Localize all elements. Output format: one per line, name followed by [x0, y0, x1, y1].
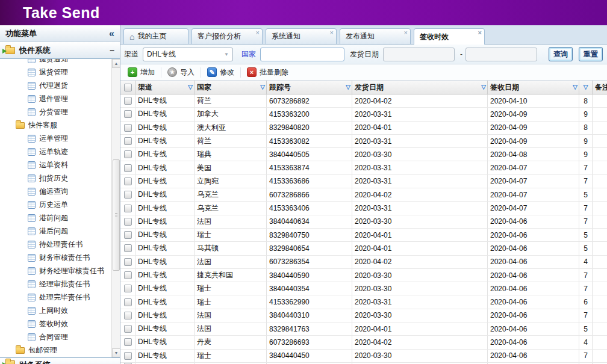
tab[interactable]: ⌂ 系统通知 ×: [266, 28, 337, 44]
filter-icon[interactable]: ▽: [260, 84, 265, 90]
row-checkbox[interactable]: [124, 352, 132, 360]
collapse-minus-icon[interactable]: −: [110, 46, 114, 55]
sidebar-menu-item[interactable]: 合同管理: [0, 330, 120, 344]
table-row[interactable]: DHL专线 瑞士 4153362990 2020-03-31 2020-04-0…: [120, 295, 607, 309]
sidebar-menu-item[interactable]: 待处理责任书: [0, 238, 120, 251]
sidebar-menu-item[interactable]: 处理完毕责任书: [0, 291, 120, 304]
row-checkbox[interactable]: [124, 312, 132, 319]
sidebar-menu-item[interactable]: 港后问题: [0, 224, 120, 238]
date-from-input[interactable]: [383, 48, 455, 61]
sidebar-menu-item[interactable]: 分货管理: [0, 105, 120, 119]
column-header[interactable]: 国家 ▽: [195, 81, 267, 94]
sidebar-menu-item[interactable]: 财务经理审核责任书: [0, 264, 120, 277]
table-row[interactable]: DHL专线 马其顿 8329840654 2020-04-01 2020-04-…: [120, 242, 607, 255]
row-checkbox[interactable]: [124, 298, 132, 306]
edit-button[interactable]: ✎ 修改: [204, 66, 238, 79]
row-checkbox[interactable]: [124, 124, 132, 132]
accordion-finance-system[interactable]: 财务系统: [0, 357, 120, 364]
tab-close-icon[interactable]: ×: [478, 29, 482, 36]
channel-select[interactable]: DHL专线 ▼: [143, 48, 233, 61]
country-input[interactable]: [260, 48, 344, 61]
table-row[interactable]: DHL专线 乌克兰 4153363406 2020-03-31 2020-04-…: [120, 202, 607, 215]
table-row[interactable]: DHL专线 立陶宛 4153363686 2020-03-31 2020-04-…: [120, 175, 607, 188]
reset-button[interactable]: 重置: [579, 47, 603, 61]
row-checkbox[interactable]: [124, 338, 132, 346]
tab-close-icon[interactable]: ×: [256, 29, 260, 36]
column-header[interactable]: 签收日期 ▽: [488, 81, 579, 94]
table-row[interactable]: DHL专线 法国 3840440634 2020-03-30 2020-04-0…: [120, 215, 607, 229]
filter-icon[interactable]: ▽: [188, 84, 193, 90]
table-row[interactable]: DHL专线 瑞士 8329840750 2020-04-01 2020-04-0…: [120, 229, 607, 242]
table-row[interactable]: DHL专线 瑞士 3840440450 2020-03-30 2020-04-0…: [120, 350, 607, 363]
row-checkbox[interactable]: [124, 285, 132, 292]
row-checkbox[interactable]: [124, 244, 132, 252]
import-button[interactable]: ★ 导入: [164, 66, 198, 79]
row-checkbox[interactable]: [124, 97, 132, 105]
table-row[interactable]: DHL专线 澳大利亚 8329840820 2020-04-01 2020-04…: [120, 122, 607, 135]
row-checkbox[interactable]: [124, 258, 132, 266]
sidebar-menu-item[interactable]: 运单资料: [0, 158, 120, 171]
sidebar-scrollbar[interactable]: ▲ ▼: [111, 59, 120, 357]
accordion-express-system[interactable]: 快件系统 −: [0, 42, 120, 59]
date-to-input[interactable]: [465, 48, 537, 61]
filter-icon[interactable]: ▽: [481, 84, 486, 90]
row-checkbox[interactable]: [124, 177, 132, 185]
row-checkbox[interactable]: [124, 191, 132, 199]
tab-close-icon[interactable]: ×: [330, 29, 334, 36]
sidebar-menu-item[interactable]: 快件客服: [0, 119, 120, 132]
table-row[interactable]: DHL专线 乌克兰 6073286866 2020-04-02 2020-04-…: [120, 188, 607, 202]
sidebar-menu-item[interactable]: 运单管理: [0, 132, 120, 145]
column-header[interactable]: 备注 ▽: [593, 81, 607, 94]
table-row[interactable]: DHL专线 丹麦 6073286693 2020-04-02 2020-04-0…: [120, 336, 607, 349]
sidebar-menu-item[interactable]: 港前问题: [0, 211, 120, 224]
row-checkbox[interactable]: [124, 231, 132, 239]
row-checkbox[interactable]: [124, 271, 132, 279]
table-row[interactable]: DHL专线 荷兰 6073286892 2020-04-02 2020-04-1…: [120, 94, 607, 108]
tab-close-icon[interactable]: ×: [404, 29, 408, 36]
sidebar-menu-item[interactable]: 提货通知: [0, 59, 120, 66]
table-row[interactable]: DHL专线 瑞士 3840440354 2020-03-30 2020-04-0…: [120, 282, 607, 295]
filter-icon[interactable]: ▽: [573, 84, 577, 90]
row-checkbox[interactable]: [124, 164, 132, 172]
search-button[interactable]: 查询: [549, 47, 573, 61]
table-row[interactable]: DHL专线 加拿大 4153363200 2020-03-31 2020-04-…: [120, 108, 607, 121]
sidebar-menu-item[interactable]: 退件管理: [0, 92, 120, 105]
table-row[interactable]: DHL专线 荷兰 4153363082 2020-03-31 2020-04-0…: [120, 135, 607, 148]
row-checkbox[interactable]: [124, 150, 132, 158]
sidebar-menu-item[interactable]: 运单轨迹: [0, 145, 120, 158]
add-button[interactable]: + 增加: [124, 66, 158, 79]
select-all-checkbox[interactable]: [124, 84, 132, 91]
tab[interactable]: ⌂ 我的主页 ×: [123, 28, 188, 44]
sidebar-menu-item[interactable]: 偏远查询: [0, 185, 120, 198]
table-row[interactable]: DHL专线 法国 6073286354 2020-04-02 2020-04-0…: [120, 256, 607, 269]
sidebar-menu-item[interactable]: 签收时效: [0, 317, 120, 330]
sidebar-menu-item[interactable]: 经理审批责任书: [0, 277, 120, 291]
scroll-down-icon[interactable]: ▼: [112, 348, 120, 357]
row-checkbox[interactable]: [124, 325, 132, 333]
table-row[interactable]: DHL专线 瑞典 3840440505 2020-03-30 2020-04-0…: [120, 148, 607, 161]
row-checkbox[interactable]: [124, 137, 132, 145]
row-checkbox[interactable]: [124, 218, 132, 226]
table-row[interactable]: DHL专线 法国 8329841763 2020-04-01 2020-04-0…: [120, 322, 607, 336]
sidebar-menu-item[interactable]: 财务审核责任书: [0, 251, 120, 264]
row-checkbox[interactable]: [124, 205, 132, 212]
column-header[interactable]: 发货日期 ▽: [352, 81, 488, 94]
tab[interactable]: ⌂ 客户报价分析 ×: [191, 28, 263, 44]
batch-delete-button[interactable]: × 批量删除: [243, 66, 292, 79]
scroll-up-icon[interactable]: ▲: [112, 59, 120, 68]
sidebar-menu-item[interactable]: 代理退货: [0, 79, 120, 92]
sidebar-menu-item[interactable]: 历史运单: [0, 198, 120, 211]
row-checkbox[interactable]: [124, 110, 132, 118]
table-row[interactable]: DHL专线 法国 3840440310 2020-03-30 2020-04-0…: [120, 309, 607, 322]
scrollbar-thumb[interactable]: [113, 159, 120, 271]
column-header[interactable]: 渠道 ▽: [135, 81, 195, 94]
filter-icon[interactable]: ▽: [346, 84, 350, 90]
tab[interactable]: ⌂ 签收时效 ×: [414, 28, 485, 45]
tab[interactable]: ⌂ 发布通知 ×: [340, 28, 411, 44]
sidebar-collapse-icon[interactable]: «: [109, 29, 114, 39]
table-row[interactable]: DHL专线 美国 4153363874 2020-03-31 2020-04-0…: [120, 161, 607, 174]
sidebar-menu-item[interactable]: 退货管理: [0, 66, 120, 79]
sidebar-menu-item[interactable]: 扣货历史: [0, 171, 120, 185]
column-header[interactable]: ▽: [579, 81, 593, 94]
sidebar-menu-item[interactable]: 包邮管理: [0, 344, 120, 357]
